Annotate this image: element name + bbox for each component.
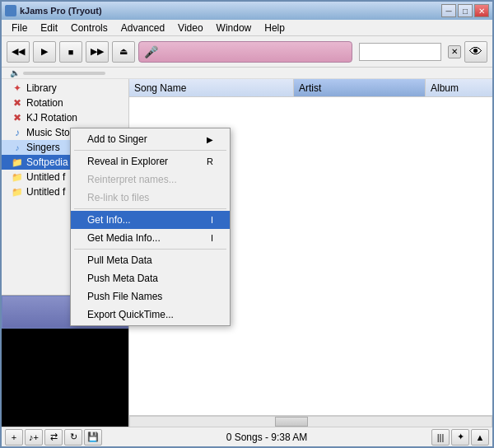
ctx-reinterpret-label: Reinterpret names... <box>87 174 177 185</box>
add-singer-button[interactable]: ♪+ <box>25 429 43 446</box>
volume-slider[interactable] <box>23 72 105 75</box>
eject-button[interactable]: ⏏ <box>112 41 135 63</box>
ctx-add-to-singer-arrow: ▶ <box>207 135 213 144</box>
status-bar: + ♪+ ⇄ ↻ 💾 0 Songs - 9:38 AM ||| ✦ ▲ <box>2 427 492 446</box>
ctx-reveal-label: Reveal in Explorer <box>87 156 168 167</box>
eye-icon: 👁 <box>469 44 482 59</box>
toolbar: ◀◀ ▶ ■ ▶▶ ⏏ 🎤 ✕ 👁 <box>2 36 492 68</box>
prev-button[interactable]: ◀◀ <box>7 41 30 63</box>
col-header-artist[interactable]: Artist <box>294 79 426 96</box>
sidebar-label-untitled2: Untitled f <box>26 186 65 198</box>
volume-bar: 🔈 <box>2 68 492 79</box>
title-bar-controls: ─ □ ✕ <box>441 4 489 17</box>
folder-softpedia-icon: 📁 <box>12 156 23 168</box>
ctx-get-info[interactable]: Get Info... I <box>71 211 230 229</box>
main-window: kJams Pro (Tryout) ─ □ ✕ File Edit Contr… <box>0 0 494 448</box>
ctx-get-media-info[interactable]: Get Media Info... I <box>71 229 230 247</box>
sidebar-item-library[interactable]: ✦ Library <box>2 81 128 96</box>
sidebar-label-softpedia: Softpedia <box>26 156 68 168</box>
save-button[interactable]: 💾 <box>84 429 102 446</box>
ctx-add-to-singer[interactable]: Add to Singer ▶ <box>71 130 230 148</box>
ctx-get-info-label: Get Info... <box>87 214 131 226</box>
kj-rotation-icon: ✖ <box>12 112 23 124</box>
maximize-button[interactable]: □ <box>458 4 473 17</box>
status-text: 0 Songs - 9:38 AM <box>102 432 431 443</box>
ctx-pull-meta-label: Pull Meta Data <box>87 254 152 266</box>
visualizer-button[interactable]: ||| <box>431 429 450 446</box>
ctx-get-media-info-label: Get Media Info... <box>87 232 161 244</box>
folder-untitled1-icon: 📁 <box>12 171 23 183</box>
singers-icon: ♪ <box>12 142 23 153</box>
ctx-relink-label: Re-link to files <box>87 192 149 203</box>
ctx-push-meta-data[interactable]: Push Meta Data <box>71 269 230 287</box>
library-icon: ✦ <box>12 82 23 94</box>
search-right: ✕ <box>359 43 461 61</box>
ctx-reveal-shortcut: R <box>207 156 213 166</box>
eye-button[interactable]: 👁 <box>464 41 487 63</box>
ctx-get-info-shortcut: I <box>211 215 213 225</box>
minimize-button[interactable]: ─ <box>441 4 456 17</box>
search-bar: 🎤 <box>138 41 352 63</box>
window-title: kJams Pro (Tryout) <box>20 6 102 16</box>
scroll-thumb[interactable] <box>275 417 308 427</box>
menu-advanced[interactable]: Advanced <box>114 21 171 35</box>
title-bar: kJams Pro (Tryout) ─ □ ✕ <box>2 2 492 20</box>
sort-button[interactable]: ▲ <box>471 429 489 446</box>
ctx-separator-3 <box>74 249 226 250</box>
ctx-push-file-names-label: Push File Names <box>87 291 162 302</box>
ctx-export-qt-label: Export QuickTime... <box>87 309 174 320</box>
menu-file[interactable]: File <box>5 21 34 35</box>
close-button[interactable]: ✕ <box>474 4 489 17</box>
status-right-buttons: ||| ✦ ▲ <box>431 429 489 446</box>
sidebar-item-kj-rotation[interactable]: ✖ KJ Rotation <box>2 110 128 125</box>
search-clear-button[interactable]: ✕ <box>448 45 461 58</box>
play-button[interactable]: ▶ <box>33 41 56 63</box>
ctx-pull-meta-data[interactable]: Pull Meta Data <box>71 251 230 269</box>
refresh-button[interactable]: ↻ <box>64 429 82 446</box>
add-button[interactable]: + <box>5 429 23 446</box>
ctx-separator-1 <box>74 150 226 151</box>
album-label: Album <box>431 82 459 94</box>
sidebar-label-rotation: Rotation <box>26 97 63 109</box>
song-name-label: Song Name <box>134 82 186 94</box>
menu-controls[interactable]: Controls <box>64 21 114 35</box>
sidebar-label-singers: Singers <box>26 142 60 153</box>
menu-edit[interactable]: Edit <box>34 21 64 35</box>
ctx-reinterpret-names: Reinterpret names... <box>71 170 230 189</box>
burst-button[interactable]: ✦ <box>451 429 469 446</box>
search-input[interactable] <box>359 43 441 61</box>
context-menu: Add to Singer ▶ Reveal in Explorer R Rei… <box>70 128 231 326</box>
ctx-push-meta-label: Push Meta Data <box>87 273 158 284</box>
status-left-buttons: + ♪+ ⇄ ↻ 💾 <box>5 429 102 446</box>
menu-help[interactable]: Help <box>258 21 291 35</box>
col-header-album[interactable]: Album <box>426 79 492 96</box>
ctx-relink-files: Re-link to files <box>71 189 230 207</box>
microphone-icon: 🎤 <box>144 45 158 58</box>
column-headers: Song Name Artist Album <box>129 79 492 97</box>
rotation-icon: ✖ <box>12 97 23 109</box>
menu-video[interactable]: Video <box>171 21 209 35</box>
ctx-add-to-singer-label: Add to Singer <box>87 133 147 145</box>
sidebar-label-library: Library <box>26 82 57 94</box>
menu-window[interactable]: Window <box>210 21 259 35</box>
scroll-track[interactable] <box>129 416 492 427</box>
col-header-song-name[interactable]: Song Name <box>129 79 294 96</box>
ctx-separator-2 <box>74 208 226 209</box>
sidebar-item-rotation[interactable]: ✖ Rotation <box>2 96 128 110</box>
ctx-push-file-names[interactable]: Push File Names <box>71 287 230 306</box>
ctx-get-media-info-shortcut: I <box>211 233 213 243</box>
next-button[interactable]: ▶▶ <box>86 41 109 63</box>
horizontal-scrollbar[interactable] <box>129 415 492 427</box>
artist-label: Artist <box>299 82 321 94</box>
stop-button[interactable]: ■ <box>59 41 82 63</box>
music-stores-icon: ♪ <box>12 127 23 138</box>
sidebar-label-untitled1: Untitled f <box>26 171 65 183</box>
app-icon <box>5 5 16 16</box>
sidebar-label-kj-rotation: KJ Rotation <box>26 112 77 124</box>
ctx-reveal-in-explorer[interactable]: Reveal in Explorer R <box>71 152 230 170</box>
volume-icon: 🔈 <box>10 68 20 77</box>
preview-bottom <box>2 329 128 427</box>
ctx-export-quicktime[interactable]: Export QuickTime... <box>71 306 230 324</box>
menu-bar: File Edit Controls Advanced Video Window… <box>2 20 492 36</box>
shuffle-button[interactable]: ⇄ <box>44 429 63 446</box>
